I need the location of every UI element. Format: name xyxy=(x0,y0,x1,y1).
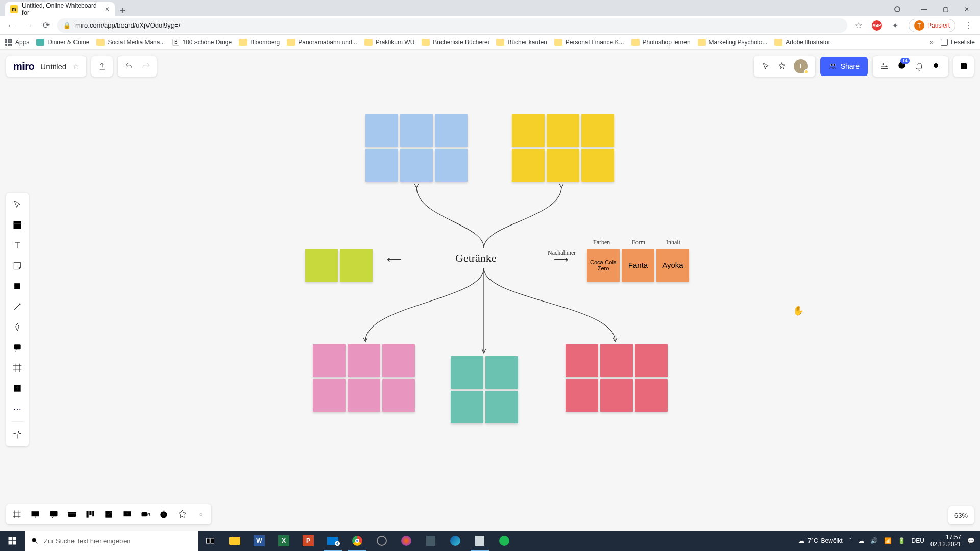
sticky-note[interactable] xyxy=(313,344,346,377)
bookmark-item[interactable]: Photoshop lernen xyxy=(631,39,691,46)
bookmark-item[interactable]: Adobe Illustrator xyxy=(774,39,830,46)
sticky-group-teal[interactable] xyxy=(451,356,518,423)
window-minimize-icon[interactable]: — xyxy=(914,2,934,16)
column-label[interactable]: Form xyxy=(632,239,645,246)
start-button[interactable] xyxy=(0,531,24,551)
powerpoint-icon[interactable]: P xyxy=(296,531,321,551)
sticky-note[interactable] xyxy=(635,379,668,412)
taskbar-clock[interactable]: 17:57 02.12.2021 xyxy=(930,534,961,548)
reading-list[interactable]: Leseliste xyxy=(941,39,975,46)
tray-expand-icon[interactable]: ˄ xyxy=(849,537,852,544)
column-label[interactable]: Farben xyxy=(593,239,610,246)
adblock-icon[interactable]: ABP xyxy=(872,20,882,31)
bookmark-item[interactable]: Bücherliste Bücherei xyxy=(422,39,489,46)
bookmark-item[interactable]: Bloomberg xyxy=(239,39,280,46)
sticky-note[interactable] xyxy=(581,114,614,147)
sticky-note-ayoka[interactable]: Ayoka xyxy=(656,249,689,282)
sticky-note[interactable] xyxy=(340,249,373,282)
sticky-note[interactable] xyxy=(400,114,433,147)
edge-icon[interactable] xyxy=(443,531,468,551)
bookmark-item[interactable]: Personal Finance K... xyxy=(554,39,624,46)
sticky-group-orange[interactable]: Coca-Cola Zero Fanta Ayoka xyxy=(587,249,689,282)
sticky-group-blue[interactable] xyxy=(365,114,468,182)
language-indicator[interactable]: DEU xyxy=(912,537,924,544)
sticky-note[interactable] xyxy=(435,149,468,182)
sticky-note[interactable] xyxy=(305,249,338,282)
wifi-icon[interactable]: 📶 xyxy=(884,537,892,544)
sticky-note-fanta[interactable]: Fanta xyxy=(622,249,654,282)
back-button-icon[interactable]: ← xyxy=(5,21,17,30)
sticky-note[interactable] xyxy=(485,356,518,389)
bookmark-item[interactable]: Social Media Mana... xyxy=(96,39,165,46)
sticky-note[interactable] xyxy=(547,114,579,147)
app-icon[interactable] xyxy=(468,531,492,551)
taskbar-search[interactable]: Zur Suche Text hier eingeben xyxy=(24,531,198,551)
window-maximize-icon[interactable]: ▢ xyxy=(935,2,955,16)
volume-icon[interactable]: 🔊 xyxy=(870,537,878,544)
sticky-note[interactable] xyxy=(365,114,398,147)
url-input[interactable]: 🔒 miro.com/app/board/uXjVOdol9yg=/ xyxy=(57,18,847,33)
sticky-group-lime[interactable] xyxy=(305,249,373,282)
bookmark-item[interactable]: Marketing Psycholo... xyxy=(698,39,768,46)
new-tab-button[interactable]: + xyxy=(115,6,131,16)
sticky-note[interactable] xyxy=(600,344,633,377)
bookmarks-overflow-icon[interactable]: » xyxy=(930,39,934,46)
opera-icon[interactable] xyxy=(370,531,394,551)
sticky-note[interactable] xyxy=(512,114,545,147)
task-view-icon[interactable] xyxy=(198,531,223,551)
extensions-icon[interactable]: ✦ xyxy=(889,21,901,30)
sticky-note[interactable] xyxy=(635,344,668,377)
app-icon[interactable] xyxy=(419,531,443,551)
sticky-note[interactable] xyxy=(566,344,598,377)
sticky-note[interactable] xyxy=(348,379,380,412)
sticky-note[interactable] xyxy=(348,344,380,377)
mail-icon[interactable]: 4 xyxy=(321,531,345,551)
bookmark-star-icon[interactable]: ☆ xyxy=(852,20,865,30)
window-close-icon[interactable]: ✕ xyxy=(957,2,977,16)
sticky-note[interactable] xyxy=(451,356,483,389)
bookmark-item[interactable]: B100 schöne Dinge xyxy=(172,39,232,46)
chrome-menu-icon[interactable]: ⋮ xyxy=(963,20,975,30)
chrome-profile-dot[interactable] xyxy=(892,2,913,16)
sticky-note[interactable] xyxy=(365,149,398,182)
sticky-note[interactable] xyxy=(547,149,579,182)
sticky-group-red[interactable] xyxy=(566,344,668,412)
sticky-note[interactable] xyxy=(581,149,614,182)
app-icon[interactable] xyxy=(394,531,419,551)
sticky-note[interactable] xyxy=(485,391,518,423)
sticky-note[interactable] xyxy=(382,344,415,377)
chrome-icon[interactable] xyxy=(345,531,370,551)
reload-button-icon[interactable]: ⟳ xyxy=(40,20,52,30)
bookmark-item[interactable]: Bücher kaufen xyxy=(496,39,547,46)
bookmark-item[interactable]: Praktikum WU xyxy=(364,39,415,46)
sticky-note[interactable] xyxy=(600,379,633,412)
notifications-icon[interactable]: 💬 xyxy=(967,537,975,544)
battery-icon[interactable]: 🔋 xyxy=(898,537,905,544)
bookmark-apps[interactable]: Apps xyxy=(5,39,29,46)
file-explorer-icon[interactable] xyxy=(223,531,247,551)
word-icon[interactable]: W xyxy=(247,531,272,551)
spotify-icon[interactable] xyxy=(492,531,517,551)
arrow-left-icon[interactable]: ⟵ xyxy=(387,253,401,265)
sticky-group-pink[interactable] xyxy=(313,344,415,412)
sticky-note[interactable] xyxy=(451,391,483,423)
sticky-note[interactable] xyxy=(382,379,415,412)
sticky-note[interactable] xyxy=(313,379,346,412)
center-node-label[interactable]: Getränke xyxy=(455,252,497,265)
close-tab-icon[interactable]: ✕ xyxy=(105,6,110,13)
browser-tab[interactable]: m Untitled, Online Whiteboard for ✕ xyxy=(5,2,115,16)
sticky-note[interactable] xyxy=(566,379,598,412)
whiteboard-canvas[interactable]: Getränke ⟵ ⟶ Nachahmer xyxy=(0,50,980,531)
excel-icon[interactable]: X xyxy=(272,531,296,551)
sticky-note-coca-cola-zero[interactable]: Coca-Cola Zero xyxy=(587,249,620,282)
sticky-note[interactable] xyxy=(435,114,468,147)
sticky-note[interactable] xyxy=(512,149,545,182)
sticky-group-yellow[interactable] xyxy=(512,114,614,182)
bookmark-item[interactable]: Dinner & Crime xyxy=(36,39,89,46)
column-label[interactable]: Inhalt xyxy=(666,239,680,246)
sticky-note[interactable] xyxy=(400,149,433,182)
weather-widget[interactable]: ☁ 7°C Bewölkt xyxy=(798,537,842,544)
onedrive-icon[interactable]: ☁ xyxy=(858,537,864,544)
bookmark-item[interactable]: Panoramabahn und... xyxy=(287,39,357,46)
branch-label-nachahmer[interactable]: Nachahmer xyxy=(548,249,576,257)
